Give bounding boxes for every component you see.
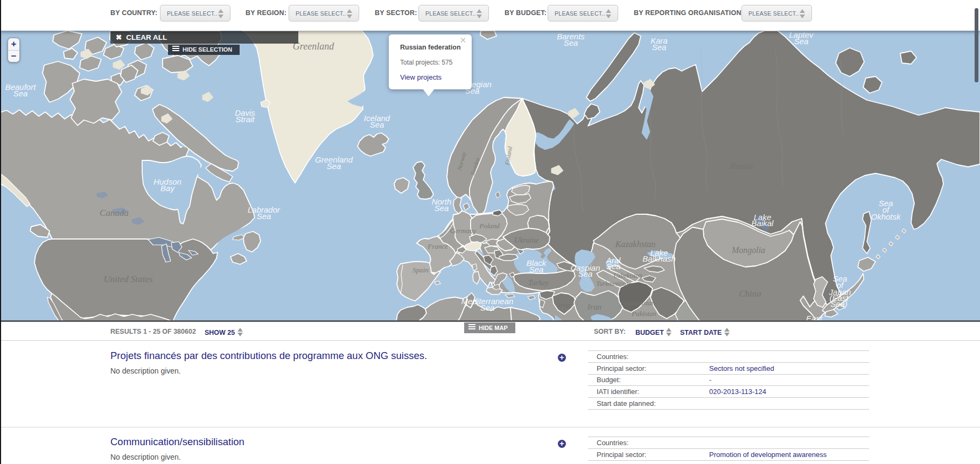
svg-text:United States: United States bbox=[103, 274, 153, 284]
svg-text:Iran: Iran bbox=[587, 303, 601, 311]
svg-text:Spain: Spain bbox=[412, 266, 429, 274]
svg-text:Canada: Canada bbox=[100, 208, 129, 218]
svg-text:China: China bbox=[739, 289, 761, 299]
svg-text:NorthSea: NorthSea bbox=[432, 197, 452, 213]
svg-text:Pakistan: Pakistan bbox=[631, 310, 656, 318]
svg-text:AralSea: AralSea bbox=[606, 256, 621, 271]
svg-text:LakeBaikal: LakeBaikal bbox=[752, 213, 774, 228]
svg-text:DavisStrait: DavisStrait bbox=[235, 108, 255, 124]
svg-text:Ukraine: Ukraine bbox=[514, 236, 539, 244]
svg-text:Turkey: Turkey bbox=[528, 279, 549, 287]
svg-text:Poland: Poland bbox=[479, 222, 500, 230]
svg-text:Kazakhstan: Kazakhstan bbox=[615, 240, 656, 249]
svg-text:Uzbekistan: Uzbekistan bbox=[613, 272, 642, 279]
svg-text:KaraSea: KaraSea bbox=[650, 36, 668, 52]
svg-text:Iraq: Iraq bbox=[558, 301, 571, 309]
svg-text:Russia: Russia bbox=[730, 161, 753, 171]
svg-text:Mongolia: Mongolia bbox=[731, 245, 765, 255]
svg-text:Turkmenistan: Turkmenistan bbox=[596, 280, 631, 287]
svg-text:(EastSea): (EastSea) bbox=[829, 293, 849, 308]
svg-text:Afghanistan: Afghanistan bbox=[621, 299, 655, 307]
svg-text:Greenland: Greenland bbox=[293, 41, 334, 52]
svg-text:Germany: Germany bbox=[450, 227, 477, 235]
svg-text:France: France bbox=[427, 242, 448, 250]
